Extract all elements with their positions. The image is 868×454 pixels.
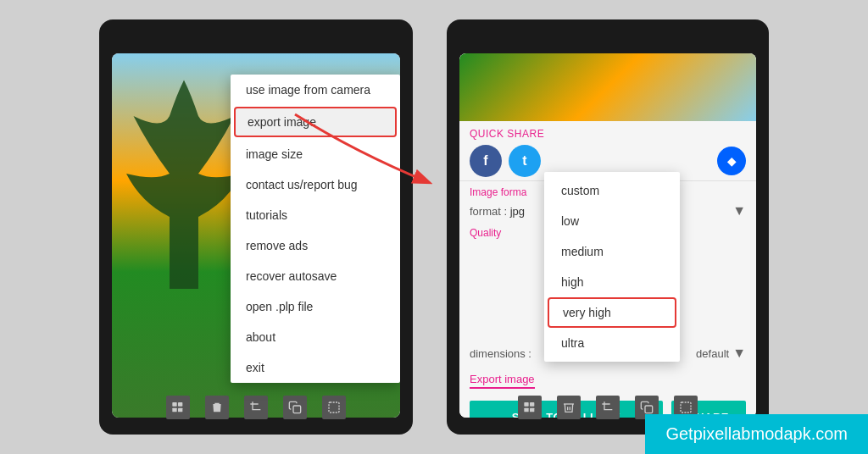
svg-rect-5	[329, 402, 339, 412]
trash-icon[interactable]	[205, 396, 229, 419]
selection-icon[interactable]	[322, 396, 346, 419]
right-screen-content: Quick share f t ◆	[459, 53, 756, 418]
menu-item-use-image-camera[interactable]: use image from camera	[231, 75, 400, 105]
left-toolbar-bottom	[99, 396, 413, 419]
quality-medium[interactable]: medium	[544, 236, 680, 267]
menu-item-about[interactable]: about	[231, 322, 400, 352]
menu-item-open-plp[interactable]: open .plp file	[231, 291, 400, 322]
export-section: Export image	[459, 364, 756, 392]
menu-item-tutorials[interactable]: tutorials	[231, 200, 400, 230]
format-dropdown-arrow[interactable]: ▼	[732, 203, 746, 219]
watermark-bar: Getpixellabmodapk.com	[645, 414, 868, 454]
export-label: Export image	[470, 373, 535, 389]
crop-icon[interactable]	[244, 396, 268, 419]
layers-icon[interactable]	[166, 396, 190, 419]
menu-item-exit[interactable]: exit	[231, 352, 400, 383]
left-tablet: use image from camera export image image…	[99, 19, 413, 435]
svg-rect-0	[172, 402, 176, 407]
twitter-share-icon[interactable]: t	[509, 145, 541, 177]
quality-ultra[interactable]: ultra	[544, 328, 680, 358]
svg-rect-1	[178, 402, 182, 407]
right-tablet: Quick share f t ◆	[447, 19, 769, 435]
svg-rect-3	[178, 408, 182, 412]
format-value: jpg	[510, 205, 525, 218]
menu-item-recover-autosave[interactable]: recover autosave	[231, 261, 400, 291]
svg-rect-10	[645, 406, 653, 413]
svg-rect-2	[172, 408, 176, 412]
svg-rect-4	[293, 406, 301, 413]
svg-rect-9	[530, 408, 534, 412]
dimensions-label: dimensions :	[470, 347, 531, 360]
left-tablet-screen: use image from camera export image image…	[112, 53, 400, 418]
quick-share-label: Quick share	[470, 128, 746, 140]
quality-low[interactable]: low	[544, 206, 680, 236]
dimensions-value: default	[696, 347, 729, 360]
menu-item-remove-ads[interactable]: remove ads	[231, 230, 400, 261]
copy-icon[interactable]	[283, 396, 307, 419]
dimensions-selector[interactable]: default ▼	[696, 346, 746, 361]
menu-item-contact-us[interactable]: contact us/report bug	[231, 169, 400, 200]
svg-rect-7	[530, 402, 534, 407]
svg-rect-11	[681, 402, 691, 412]
r-crop-icon[interactable]	[596, 396, 620, 419]
right-tablet-screen: Quick share f t ◆	[459, 53, 756, 418]
dropbox-share-icon[interactable]: ◆	[717, 147, 746, 175]
image-preview	[459, 53, 756, 121]
r-layers-icon[interactable]	[518, 396, 542, 419]
menu-item-image-size[interactable]: image size	[231, 139, 400, 169]
svg-rect-8	[524, 408, 528, 412]
quality-custom[interactable]: custom	[544, 175, 680, 206]
menu-item-export-image[interactable]: export image	[234, 107, 397, 137]
left-dropdown-menu: use image from camera export image image…	[231, 75, 400, 383]
svg-rect-6	[524, 402, 528, 407]
main-container: use image from camera export image image…	[0, 0, 868, 454]
facebook-share-icon[interactable]: f	[470, 145, 502, 177]
quality-high[interactable]: high	[544, 267, 680, 297]
r-trash-icon[interactable]	[557, 396, 581, 419]
watermark-text: Getpixellabmodapk.com	[665, 424, 848, 443]
dimensions-dropdown-arrow: ▼	[732, 346, 746, 361]
quality-dropdown-popup: custom low medium high very high ultra	[544, 172, 680, 362]
format-key: format :	[470, 205, 507, 218]
quality-very-high[interactable]: very high	[548, 297, 676, 328]
